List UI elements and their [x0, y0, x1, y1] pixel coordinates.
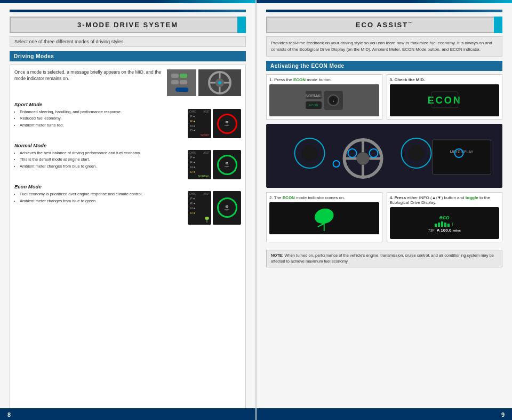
econ-bullet-2: Ambient meter changes from blue to green… [20, 198, 183, 204]
right-title: ECO ASSIST™ [274, 21, 495, 29]
title-corner-bottom [237, 25, 246, 33]
sport-bullet-1: Enhanced steering, handling, and perform… [20, 109, 183, 115]
econ-mode-title: Econ Mode [14, 184, 241, 189]
eco-bar-4 [444, 223, 446, 227]
step-3: 3. Check the MID. ECON [387, 74, 503, 120]
eco-temp: 73F [428, 228, 435, 232]
step-2: 2. The ECON mode indicator comes on. [266, 192, 382, 242]
step-4-image: eco | 73F A 100.0 miles [390, 207, 500, 239]
sport-mode-bullets: Enhanced steering, handling, and perform… [14, 109, 183, 138]
note-text: When turned on, performance of the vehic… [271, 253, 494, 264]
econ-mode-bullets: Fuel economy is prioritized over engine … [14, 191, 183, 224]
step-3-image: ECON [390, 84, 500, 116]
right-title-corner-bottom [494, 25, 502, 33]
svg-text:●: ● [332, 99, 334, 102]
steps-top-grid: 1. Press the ECON mode button. NORMAL ● … [266, 74, 502, 120]
step-1-image: NORMAL ● ECON [269, 84, 379, 116]
title-corner-top [237, 17, 246, 25]
econ-mode-section: Econ Mode Fuel economy is prioritized ov… [14, 184, 241, 224]
eco-bar-3 [441, 221, 443, 227]
step-4-title: 4. Press either INFO (▲/▼) button and to… [390, 195, 500, 205]
eco-bar-2 [438, 223, 440, 227]
right-page: ECO ASSIST™ Provides real-time feedback … [257, 0, 512, 420]
steering-wheel-image [198, 69, 241, 96]
eco-miles: A 100.0 miles [437, 228, 461, 233]
driving-modes-card: Once a mode is selected, a message brief… [10, 65, 246, 415]
svg-text:ECON: ECON [309, 104, 318, 107]
svg-rect-5 [175, 88, 188, 92]
driving-modes-header: Driving Modes [10, 51, 246, 61]
left-title-box: 3-MODE DRIVE SYSTEM [10, 17, 246, 33]
step-3-title: 3. Check the MID. [390, 77, 500, 82]
svg-rect-40 [433, 140, 491, 175]
normal-gear-panel: CHRGASST P ● R ● N ● D ● NORMAL [188, 150, 211, 179]
normal-bullet-2: This is the default mode at engine start… [20, 156, 183, 162]
car-image: MID DISPLAY [266, 124, 502, 188]
eco-bar-5 [447, 224, 450, 227]
step-4-highlight: toggle [466, 195, 478, 200]
econ-gear-panel: CHRGASST P ● R ● N ● D ● [188, 191, 211, 224]
left-subtitle: Select one of three different modes of d… [10, 36, 246, 47]
normal-mode-title: Normal Mode [14, 142, 241, 148]
mode-button-image [167, 69, 196, 96]
svg-point-14 [205, 217, 209, 220]
sport-mode-section: Sport Mode Enhanced steering, handling, … [14, 101, 241, 138]
econ-speed-circle: 60 mph [213, 191, 241, 224]
svg-point-39 [409, 145, 425, 161]
step-4: 4. Press either INFO (▲/▼) button and to… [387, 192, 503, 242]
right-title-box: ECO ASSIST™ [266, 17, 502, 33]
econ-bullet-1: Fuel economy is prioritized over engine … [20, 191, 183, 197]
svg-rect-3 [171, 80, 179, 84]
svg-text:ECON: ECON [427, 95, 461, 106]
step-1: 1. Press the ECON mode button. NORMAL ● … [266, 74, 382, 120]
eco-assist-description: Provides real-time feedback on your driv… [266, 36, 502, 57]
right-title-corner-top [494, 17, 502, 25]
sport-bullet-3: Ambient meter turns red. [20, 122, 183, 128]
sport-speed-circle: 60 mph [213, 109, 241, 138]
step-1-title: 1. Press the ECON mode button. [269, 77, 379, 82]
normal-bullet-3: Ambient meter changes from blue to green… [20, 163, 183, 169]
svg-point-13 [218, 81, 221, 84]
svg-rect-2 [180, 74, 187, 78]
svg-text:NORMAL: NORMAL [306, 94, 322, 98]
normal-mode-section: Normal Mode Achieves the best balance of… [14, 142, 241, 179]
intro-text: Once a mode is selected, a message brief… [14, 69, 163, 96]
page-number-left: 8 [7, 411, 11, 418]
sport-gear-panel: CHRGASST P ● R ● N ● D ● SPORT [188, 109, 211, 138]
mode-intro: Once a mode is selected, a message brief… [14, 69, 241, 96]
page-number-right: 9 [501, 411, 505, 418]
sport-bullet-2: Reduced fuel economy. [20, 115, 183, 121]
sport-mode-content: Enhanced steering, handling, and perform… [14, 109, 241, 138]
normal-bullet-1: Achieves the best balance of driving per… [20, 150, 183, 156]
step-2-highlight: ECON [283, 195, 295, 200]
eco-bars: | [435, 221, 454, 227]
intro-images [167, 69, 241, 96]
left-page: 3-MODE DRIVE SYSTEM Select one of three … [0, 0, 255, 420]
step-1-highlight: ECON [293, 77, 306, 82]
svg-point-31 [357, 152, 370, 165]
normal-mode-bullets: Achieves the best balance of driving per… [14, 150, 183, 179]
normal-speed-circle: 60 mph [213, 150, 241, 179]
step-2-title: 2. The ECON mode indicator comes on. [269, 195, 379, 200]
step-2-image [269, 202, 379, 234]
eco-bar-1 [435, 224, 437, 227]
svg-point-37 [302, 145, 318, 161]
activating-header: Activating the ECON Mode [266, 61, 502, 71]
sport-mode-title: Sport Mode [14, 101, 241, 107]
svg-rect-4 [180, 80, 187, 84]
econ-mode-content: Fuel economy is prioritized over engine … [14, 191, 241, 224]
steps-bottom-grid: 2. The ECON mode indicator comes on. 4. … [266, 192, 502, 242]
left-title: 3-MODE DRIVE SYSTEM [17, 21, 238, 29]
note-box: NOTE: When turned on, performance of the… [266, 250, 502, 267]
note-label: NOTE: [271, 253, 283, 258]
svg-rect-1 [171, 74, 179, 78]
normal-mode-content: Achieves the best balance of driving per… [14, 150, 241, 179]
